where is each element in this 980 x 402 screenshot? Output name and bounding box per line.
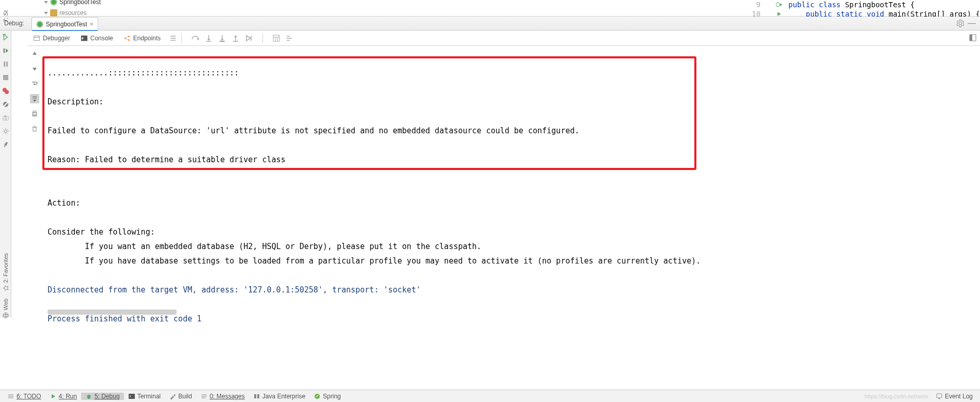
svg-point-15	[4, 130, 7, 132]
step-out-icon[interactable]	[231, 34, 240, 42]
settings-icon[interactable]	[956, 19, 965, 27]
debugger-tab-label: Debugger	[43, 35, 70, 42]
svg-marker-33	[221, 39, 224, 41]
svg-line-23	[126, 36, 128, 38]
layout-settings-icon[interactable]	[969, 34, 977, 42]
console-output[interactable]: .............:::::::::::::::::::::::::::…	[41, 46, 980, 318]
debug-icon	[85, 393, 92, 400]
rerun-button[interactable]	[1, 33, 10, 42]
debugger-icon	[33, 35, 40, 42]
camera-button[interactable]	[1, 113, 10, 122]
debug-tab-row: Debugger Console Endpoints	[28, 30, 980, 46]
soft-wrap-button[interactable]	[30, 79, 39, 88]
svg-rect-14	[4, 116, 6, 117]
svg-marker-61	[3, 286, 8, 291]
run-tool-button[interactable]: 4: Run	[45, 393, 81, 400]
todo-label: 6: TODO	[17, 393, 41, 400]
svg-rect-3	[3, 49, 5, 53]
svg-rect-6	[6, 61, 8, 67]
print-button[interactable]	[30, 109, 39, 118]
svg-marker-68	[52, 394, 55, 398]
stop-button[interactable]	[1, 73, 10, 82]
structure-tool-tab[interactable]: 7: St	[3, 10, 9, 22]
consider-2: If you have database settings to be load…	[48, 256, 701, 266]
pin-button[interactable]	[1, 140, 10, 149]
svg-marker-4	[6, 49, 8, 53]
svg-point-69	[87, 395, 90, 399]
svg-rect-12	[3, 116, 8, 120]
resources-label: resources	[59, 9, 87, 17]
spring-tool-button[interactable]: Spring	[309, 393, 345, 400]
svg-rect-79	[257, 394, 259, 398]
svg-marker-82	[938, 398, 940, 399]
down-stack-button[interactable]	[30, 64, 39, 73]
fail-line: Failed to configure a DataSource: 'url' …	[48, 126, 580, 135]
web-tool-tab[interactable]: Web	[3, 299, 9, 318]
svg-marker-54	[33, 100, 36, 102]
scroll-to-end-button[interactable]	[30, 94, 39, 103]
close-tab-icon[interactable]: ×	[90, 21, 94, 28]
desc-header: Description:	[48, 97, 103, 106]
view-breakpoints-button[interactable]	[1, 86, 10, 96]
code-line-9: public class SpringbootTest {	[788, 1, 914, 9]
build-tool-button[interactable]: Build	[165, 393, 196, 400]
consider-1: If you want an embedded database (H2, HS…	[48, 242, 481, 251]
run-icon	[50, 393, 57, 400]
debug-tool-button[interactable]: 5: Debug	[81, 393, 124, 400]
svg-marker-50	[33, 68, 37, 71]
debug-tool-window-header: Debug: SpringbootTest × —	[0, 17, 980, 30]
debug-config-name: SpringbootTest	[46, 21, 87, 28]
list-icon[interactable]	[169, 34, 177, 42]
clear-button[interactable]	[30, 124, 39, 133]
svg-point-9	[5, 90, 9, 94]
svg-rect-81	[937, 394, 942, 398]
svg-rect-48	[970, 35, 972, 41]
drop-frame-icon[interactable]	[245, 34, 253, 42]
debugger-tab[interactable]: Debugger	[28, 31, 75, 45]
up-stack-button[interactable]	[30, 49, 39, 58]
svg-marker-1	[780, 3, 782, 6]
expand-arrow-icon	[44, 1, 48, 4]
step-over-icon[interactable]	[191, 34, 199, 42]
event-log-icon	[936, 393, 943, 400]
svg-point-0	[776, 3, 780, 7]
step-into-icon[interactable]	[205, 34, 213, 42]
folder-icon	[50, 9, 57, 17]
debug-settings-button[interactable]	[1, 127, 10, 136]
javaee-label: Java Enterprise	[262, 393, 305, 400]
debug-label: 5: Debug	[95, 393, 120, 400]
javaee-tool-button[interactable]: Java Enterprise	[249, 393, 309, 400]
terminal-tool-button[interactable]: Terminal	[124, 393, 165, 400]
javaee-icon	[253, 393, 260, 400]
project-tree-item[interactable]: SpringbootTest	[44, 0, 101, 6]
endpoints-tab[interactable]: Endpoints	[118, 31, 166, 45]
console-tab[interactable]: Console	[75, 31, 118, 45]
trace-icon[interactable]	[286, 34, 294, 42]
svg-rect-7	[3, 75, 8, 80]
messages-tool-button[interactable]: 0: Messages	[196, 393, 249, 400]
evaluate-icon[interactable]	[272, 34, 281, 42]
svg-line-71	[90, 395, 91, 396]
favorites-tool-tab[interactable]: 2: Favorites	[3, 253, 9, 291]
pause-button[interactable]	[1, 59, 10, 69]
horizontal-scrollbar[interactable]	[48, 310, 177, 315]
watermark-text: https://blog.csdn.net/weix	[864, 393, 928, 399]
todo-tool-button[interactable]: 6: TODO	[3, 393, 45, 400]
resume-button[interactable]	[1, 46, 10, 55]
debug-config-tab[interactable]: SpringbootTest ×	[32, 17, 98, 30]
force-step-into-icon[interactable]	[218, 34, 226, 42]
status-bar: 6: TODO 4: Run 5: Debug Terminal Build 0…	[0, 390, 980, 402]
terminal-label: Terminal	[137, 393, 161, 400]
run-gutter-icon[interactable]	[776, 2, 782, 8]
build-icon	[169, 393, 176, 400]
mute-breakpoints-button[interactable]	[1, 100, 10, 109]
svg-marker-49	[33, 52, 37, 55]
event-log-button[interactable]: Event Log	[931, 393, 977, 400]
messages-label: 0: Messages	[210, 393, 245, 400]
project-tree-resources[interactable]: resources	[44, 9, 87, 17]
svg-rect-5	[4, 61, 5, 67]
todo-icon	[7, 393, 14, 400]
svg-rect-74	[129, 394, 135, 399]
editor-preview: 9 public class SpringbootTest { 10 publi…	[549, 0, 980, 19]
minimize-icon[interactable]: —	[968, 19, 976, 28]
